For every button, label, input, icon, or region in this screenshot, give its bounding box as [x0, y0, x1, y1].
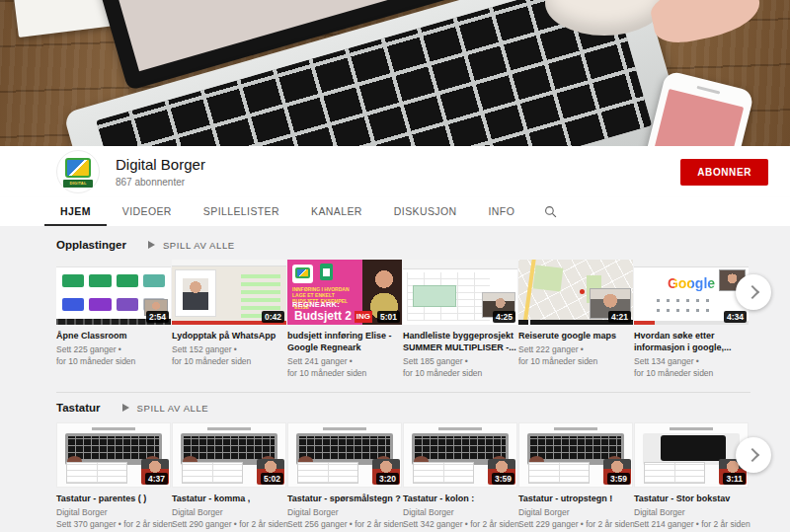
digital-borger-logo-icon [292, 265, 313, 283]
duration-badge: 0:42 [262, 311, 284, 323]
video-title[interactable]: Åpne Classroom [56, 330, 171, 342]
thumbnail-label: REGNEARK: [292, 300, 340, 309]
channel-avatar[interactable]: DIGITAL BORGER [56, 150, 100, 193]
thumbnail-art [92, 427, 135, 430]
video-channel: Digital Borger [287, 506, 402, 518]
tab-spillelister[interactable]: SPILLELISTER [188, 197, 295, 226]
channel-info: Digital Borger 867 abonnenter [116, 156, 205, 188]
video-thumbnail[interactable]: 4:25 [403, 260, 517, 325]
video-card[interactable]: 3:59 Tastatur - kolon : Digital Borger S… [403, 422, 517, 530]
video-card[interactable]: 3:11 Tastatur - Stor bokstav Digital Bor… [634, 422, 749, 530]
thumbnail-art [657, 299, 710, 302]
thumbnail-label: ING [355, 311, 372, 323]
thumbnail-art [657, 309, 710, 312]
thumbnail-art [413, 285, 456, 307]
channel-header: DIGITAL BORGER Digital Borger 867 abonne… [0, 146, 790, 197]
video-card[interactable]: Google 4:34 Hvordan søke etter informasj… [634, 260, 749, 379]
video-channel: Digital Borger [403, 506, 517, 518]
video-title[interactable]: Tastatur - parentes ( ) [56, 493, 171, 504]
tab-hjem[interactable]: HJEM [44, 197, 107, 226]
video-views: Sett 134 ganger • [634, 355, 749, 367]
video-card[interactable]: 5:02 Tastatur - komma , Digital Borger S… [172, 422, 286, 530]
video-thumbnail[interactable]: 4:37 [56, 422, 171, 488]
video-thumbnail[interactable]: 2:54 [56, 260, 171, 325]
video-views: Sett 225 ganger • [56, 343, 171, 355]
video-card[interactable]: 4:37 Tastatur - parentes ( ) Digital Bor… [56, 422, 171, 530]
section-title[interactable]: Opplastinger [56, 239, 126, 251]
duration-badge: 2:54 [146, 311, 169, 323]
youtube-channel-page: { "header": { "channel_name": "Digital B… [0, 0, 790, 532]
video-title[interactable]: Lydopptak på WhatsApp [172, 330, 286, 342]
video-card[interactable]: 2:54 Åpne Classroom Sett 225 ganger • fo… [56, 260, 171, 379]
video-age: for 10 måneder siden [518, 355, 633, 367]
video-card[interactable]: 0:42 Lydopptak på WhatsApp Sett 152 gang… [172, 260, 286, 379]
thumbnail-art [182, 462, 243, 484]
video-card[interactable]: 3:20 Tastatur - spørsmålstegn ? Digital … [287, 422, 402, 530]
thumbnail-art [522, 260, 536, 325]
thumbnail-art [172, 260, 286, 266]
video-card[interactable]: Innføring i hvordan lage et enkelt budsj… [287, 260, 402, 379]
video-thumbnail[interactable]: Innføring i hvordan lage et enkelt budsj… [287, 260, 402, 325]
video-card[interactable]: 3:59 Tastatur - utropstegn ! Digital Bor… [518, 422, 633, 530]
tab-videoer[interactable]: VIDEOER [107, 197, 188, 226]
channel-home-content: Opplastinger SPILL AV ALLE 2:54 Åpne Cla… [0, 226, 790, 532]
video-age: for 10 måneder siden [172, 355, 286, 367]
video-card[interactable]: 4:25 Handleliste byggeprosjekt SUMMER MU… [403, 260, 517, 379]
thumbnail-art [533, 265, 564, 291]
video-channel: Digital Borger [518, 506, 633, 518]
video-title[interactable]: Handleliste byggeprosjekt SUMMER MULTIPL… [403, 330, 517, 353]
video-title[interactable]: Tastatur - spørsmålstegn ? [287, 493, 402, 504]
subscribe-button[interactable]: ABONNER [680, 159, 768, 186]
video-title[interactable]: Reiserute google maps [518, 330, 633, 342]
duration-badge: 4:21 [608, 311, 631, 323]
tab-diskusjon[interactable]: DISKUSJON [378, 197, 473, 226]
next-videos-button[interactable] [736, 437, 771, 473]
play-all-icon [122, 404, 129, 412]
thumbnail-art [66, 462, 127, 484]
video-views-age: Sett 214 ganger • for 2 år siden [634, 518, 749, 530]
thumbnail-art [644, 462, 705, 484]
thumbnail-label: Budsjett 2 [294, 309, 352, 323]
video-thumbnail[interactable]: 5:02 [172, 422, 286, 488]
video-thumbnail[interactable]: 3:59 [403, 422, 517, 488]
channel-search-button[interactable] [530, 197, 571, 226]
video-title[interactable]: Hvordan søke etter informasjon i google,… [634, 330, 749, 353]
play-all-link[interactable]: SPILL AV ALLE [163, 240, 235, 251]
video-thumbnail[interactable]: 3:20 [287, 422, 402, 488]
duration-badge: 5:01 [377, 311, 400, 323]
video-channel: Digital Borger [634, 506, 749, 518]
video-views-age: Sett 370 ganger • for 2 år siden [56, 518, 171, 530]
thumbnail-art [323, 427, 366, 430]
tab-info[interactable]: INFO [473, 197, 531, 226]
video-thumbnail[interactable]: 0:42 [172, 260, 286, 325]
play-all-link[interactable]: SPILL AV ALLE [137, 403, 209, 414]
tab-kanaler[interactable]: KANALER [295, 197, 378, 226]
duration-badge: 3:59 [607, 473, 630, 485]
map-pin-icon [580, 289, 585, 294]
video-age: for 10 måneder siden [56, 355, 171, 367]
video-title[interactable]: Tastatur - kolon : [403, 493, 517, 504]
video-title[interactable]: Tastatur - Stor bokstav [634, 493, 749, 504]
video-thumbnail[interactable]: 4:21 [518, 260, 633, 325]
video-thumbnail[interactable]: 3:11 [634, 422, 749, 488]
thumbnail-art [634, 260, 749, 267]
thumbnail-art [670, 427, 713, 430]
video-title[interactable]: budsjett innføring Elise - Google Regnea… [287, 330, 402, 353]
video-age: for 10 måneder siden [403, 367, 517, 379]
video-title[interactable]: Tastatur - utropstegn ! [518, 493, 633, 504]
video-row-opplastinger: 2:54 Åpne Classroom Sett 225 ganger • fo… [56, 260, 787, 379]
play-all-icon [148, 241, 155, 249]
section-title[interactable]: Tastatur [56, 402, 101, 414]
video-channel: Digital Borger [56, 506, 171, 518]
video-views-age: Sett 229 ganger • for 2 år siden [518, 518, 633, 530]
next-videos-button[interactable] [736, 274, 771, 310]
video-card[interactable]: 4:21 Reiserute google maps Sett 222 gang… [518, 260, 633, 379]
thumbnail-art [438, 427, 482, 430]
video-title[interactable]: Tastatur - komma , [172, 493, 286, 504]
video-views-age: Sett 342 ganger • for 2 år siden [403, 518, 517, 530]
duration-badge: 5:02 [261, 473, 283, 485]
video-thumbnail[interactable]: Google 4:34 [634, 260, 749, 325]
video-thumbnail[interactable]: 3:59 [518, 422, 633, 488]
thumbnail-art [297, 462, 358, 484]
thumbnail-art [207, 427, 251, 430]
